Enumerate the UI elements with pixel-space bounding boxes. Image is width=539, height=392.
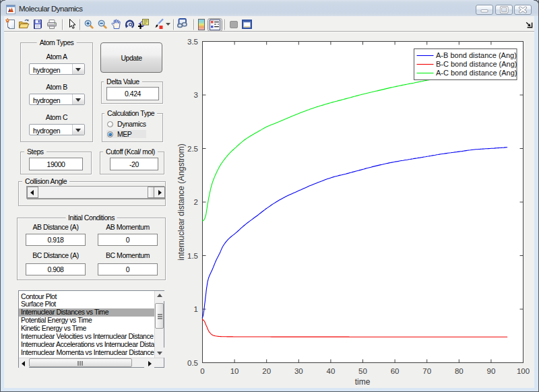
svg-text:50: 50 xyxy=(358,367,367,375)
svg-text:A-C bond distance (Ang): A-C bond distance (Ang) xyxy=(436,69,517,77)
svg-text:1: 1 xyxy=(194,305,198,313)
svg-text:2.5: 2.5 xyxy=(187,145,198,153)
svg-text:70: 70 xyxy=(422,367,431,375)
svg-text:60: 60 xyxy=(391,367,400,375)
svg-text:10: 10 xyxy=(230,367,239,375)
svg-text:2: 2 xyxy=(194,198,198,206)
svg-text:90: 90 xyxy=(487,367,496,375)
svg-text:0.5: 0.5 xyxy=(187,359,198,367)
svg-text:80: 80 xyxy=(455,367,464,375)
svg-text:30: 30 xyxy=(294,367,303,375)
svg-text:1.5: 1.5 xyxy=(187,252,198,260)
svg-text:20: 20 xyxy=(262,367,271,375)
svg-text:A-B bond distance (Ang): A-B bond distance (Ang) xyxy=(436,51,517,59)
svg-text:3.5: 3.5 xyxy=(187,38,198,46)
svg-text:3: 3 xyxy=(194,91,198,99)
svg-text:internuclear distance (Angstro: internuclear distance (Angstrom) xyxy=(177,143,186,260)
svg-text:40: 40 xyxy=(327,367,336,375)
svg-text:time: time xyxy=(355,377,371,387)
svg-text:100: 100 xyxy=(517,367,530,375)
svg-text:B-C bond distance (Ang): B-C bond distance (Ang) xyxy=(436,60,517,68)
svg-text:0: 0 xyxy=(200,367,204,375)
